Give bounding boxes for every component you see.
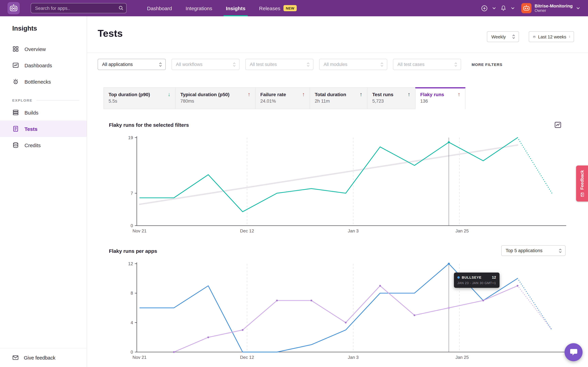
- svg-text:0: 0: [131, 223, 133, 228]
- bell-icon: [501, 5, 506, 11]
- tests-checklist-icon: [12, 125, 19, 132]
- chart-type-toggle[interactable]: [554, 121, 562, 129]
- tooltip-series-name: BULLSEYE: [462, 275, 482, 279]
- nav-label: Insights: [226, 5, 245, 11]
- credits-coins-icon: [12, 142, 19, 149]
- search-input[interactable]: [31, 3, 127, 13]
- sidebar-item-dashboards[interactable]: Dashboards: [0, 57, 87, 73]
- page-header: Tests Weekly Last 12 weeks: [87, 16, 588, 53]
- sidebar-title: Insights: [12, 25, 87, 32]
- svg-text:Nov 21: Nov 21: [132, 228, 147, 234]
- svg-text:Jan 3: Jan 3: [348, 355, 359, 360]
- chevron-down-icon[interactable]: [510, 7, 515, 10]
- nav-item-dashboard[interactable]: Dashboard: [140, 0, 179, 16]
- svg-text:Dec 12: Dec 12: [240, 355, 254, 360]
- more-filters-button[interactable]: MORE FILTERS: [472, 62, 502, 67]
- svg-text:4: 4: [131, 320, 133, 325]
- feedback-tab-label: Feedback: [580, 170, 584, 190]
- trend-down-icon: ↓: [168, 92, 171, 97]
- grid-icon: [12, 46, 19, 52]
- bitrise-insights-app: Dashboard Integrations Insights Releases…: [0, 0, 588, 367]
- trend-up-icon: ↑: [458, 92, 460, 97]
- sidebar-item-tests[interactable]: Tests: [0, 121, 87, 137]
- trend-up-icon: ↑: [302, 92, 305, 97]
- sidebar-item-overview[interactable]: Overview: [0, 41, 87, 57]
- feedback-tab[interactable]: Feedback: [576, 166, 588, 201]
- workspace-name: Bitrise-Monitoring: [535, 3, 573, 8]
- give-feedback-button[interactable]: Give feedback: [0, 348, 87, 367]
- workspace-avatar: [521, 3, 532, 13]
- dashboard-chart-icon: [12, 62, 19, 69]
- give-feedback-label: Give feedback: [24, 355, 55, 360]
- svg-text:8: 8: [131, 291, 133, 296]
- sidebar-item-credits[interactable]: Credits: [0, 137, 87, 153]
- stepper-icon: [159, 62, 162, 67]
- divider: [37, 100, 79, 100]
- trend-up-icon: ↑: [360, 92, 362, 97]
- stepper-icon: [559, 248, 562, 253]
- add-new-button[interactable]: [480, 4, 488, 12]
- metric-tab-failure-rate[interactable]: Failure rate ↑ 24.01%: [255, 87, 310, 109]
- chevron-down-icon[interactable]: [492, 7, 496, 10]
- explore-section-heading: EXPLORE: [0, 96, 87, 104]
- topbar: Dashboard Integrations Insights Releases…: [0, 0, 588, 16]
- tooltip-date-range: JAN 23 - JAN 30 GMT+1: [457, 281, 496, 285]
- series-color-dot: [457, 276, 460, 278]
- topbar-actions: Bitrise-Monitoring Owner: [480, 3, 580, 13]
- stepper-icon: [454, 62, 457, 67]
- envelope-icon: [12, 354, 19, 361]
- nav-item-integrations[interactable]: Integrations: [179, 0, 219, 16]
- svg-text:Nov 21: Nov 21: [132, 355, 147, 360]
- filter-modules[interactable]: All modules: [319, 59, 387, 70]
- nav-label: Dashboard: [147, 5, 172, 11]
- svg-text:12: 12: [128, 261, 133, 266]
- nav-item-releases[interactable]: Releases NEW: [252, 0, 304, 16]
- tooltip-value: 12: [492, 275, 496, 279]
- svg-text:Jan 25: Jan 25: [456, 228, 469, 234]
- filter-test-suites[interactable]: All test suites: [245, 59, 313, 70]
- date-range-selector[interactable]: Last 12 weeks: [529, 31, 574, 42]
- calendar-icon: [533, 34, 535, 39]
- metric-tab-test-runs[interactable]: Test runs ↑ 5,723: [367, 87, 415, 109]
- sidebar-item-bottlenecks[interactable]: Bottlenecks: [0, 73, 87, 90]
- stepper-icon: [233, 62, 236, 67]
- filter-applications[interactable]: All applications: [98, 59, 166, 70]
- sidebar-item-builds[interactable]: Builds: [0, 104, 87, 121]
- primary-nav: Dashboard Integrations Insights Releases…: [140, 0, 304, 16]
- line-chart-icon: [554, 121, 562, 128]
- flaky-runs-chart[interactable]: 0719Nov 21Dec 12Jan 3Jan 25: [109, 133, 572, 237]
- svg-text:19: 19: [128, 135, 133, 140]
- workspace-role: Owner: [535, 8, 573, 13]
- sidebar-item-label: Credits: [25, 142, 41, 148]
- trend-up-icon: ↑: [248, 92, 251, 97]
- svg-text:0: 0: [131, 350, 133, 355]
- chevron-down-icon: [576, 7, 580, 10]
- metric-tab-top-duration[interactable]: Top duration (p90) ↓ 5.5s: [104, 87, 176, 109]
- period-selector[interactable]: Weekly: [487, 31, 519, 42]
- metric-tab-total-duration[interactable]: Total duration ↑ 2h 11m: [310, 87, 367, 109]
- stepper-icon: [512, 34, 515, 39]
- filter-test-cases[interactable]: All test cases: [393, 59, 461, 70]
- account-menu[interactable]: Bitrise-Monitoring Owner: [521, 3, 580, 13]
- top-apps-selector[interactable]: Top 5 applications: [501, 245, 566, 256]
- app-search: [31, 3, 127, 13]
- plus-circle-icon: [481, 5, 488, 11]
- date-range-value: Last 12 weeks: [538, 34, 566, 39]
- stepper-icon: [380, 62, 383, 67]
- metric-tab-flaky-runs[interactable]: Flaky runs ↑ 136: [415, 87, 466, 109]
- nav-item-insights[interactable]: Insights: [219, 0, 252, 16]
- chart2-title: Flaky runs per apps: [109, 248, 157, 254]
- bottleneck-icon: [12, 78, 19, 85]
- filter-bar: All applications All workflows All test …: [98, 59, 502, 70]
- metric-tab-typical-duration[interactable]: Typical duration (p50) ↑ 780ms: [175, 87, 256, 109]
- bitrise-logo[interactable]: [8, 2, 20, 14]
- stepper-icon: [569, 34, 570, 39]
- nav-label: Integrations: [186, 5, 212, 11]
- filter-workflows[interactable]: All workflows: [172, 59, 240, 70]
- svg-text:Jan 25: Jan 25: [456, 355, 469, 360]
- chat-launcher-button[interactable]: [564, 343, 583, 361]
- sidebar: Insights Overview Dashboards Bottlenecks…: [0, 16, 87, 367]
- notifications-button[interactable]: [500, 4, 507, 12]
- metric-tabs: Top duration (p90) ↓ 5.5s Typical durati…: [104, 87, 466, 109]
- flaky-runs-per-app-chart[interactable]: 04812Nov 21Dec 12Jan 3Jan 25: [109, 258, 572, 367]
